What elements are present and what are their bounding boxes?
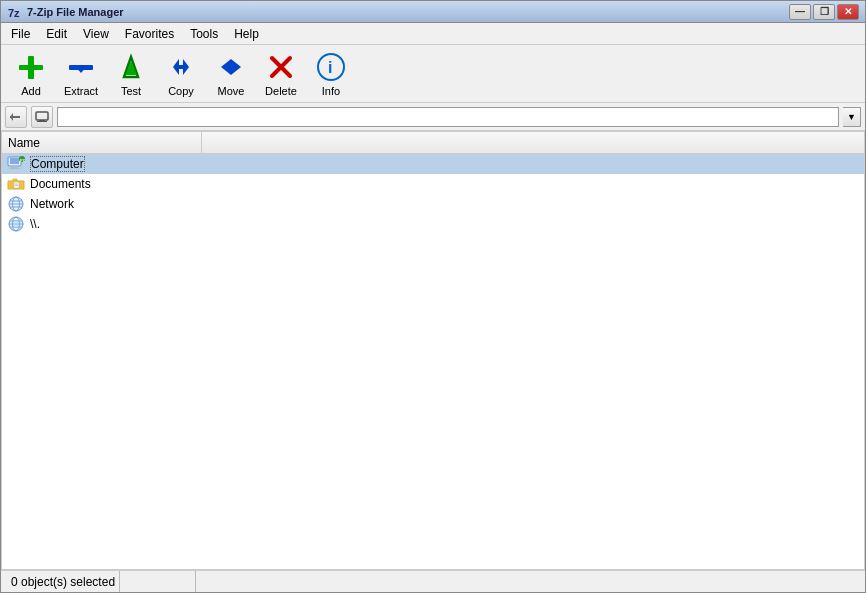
svg-rect-9	[179, 65, 183, 69]
item-name-network: Network	[30, 197, 74, 211]
toolbar-test-button[interactable]: Test	[107, 49, 155, 99]
toolbar-extract-button[interactable]: Extract	[57, 49, 105, 99]
minimize-button[interactable]: —	[789, 4, 811, 20]
svg-rect-23	[11, 166, 18, 168]
svg-rect-12	[229, 65, 233, 69]
window-controls: — ❐ ✕	[789, 4, 859, 20]
app-icon: 7z	[7, 4, 23, 20]
status-text: 0 object(s) selected	[7, 571, 120, 592]
address-bar: ▼	[1, 103, 865, 131]
status-section-2	[120, 571, 196, 592]
list-item[interactable]: PC Computer	[2, 154, 864, 174]
status-message: 0 object(s) selected	[11, 575, 115, 589]
menu-view[interactable]: View	[75, 23, 117, 44]
address-dropdown-button[interactable]: ▼	[843, 107, 861, 127]
toolbar: Add Extract Test	[1, 45, 865, 103]
move-label: Move	[218, 85, 245, 97]
toolbar-move-button[interactable]: Move	[207, 49, 255, 99]
svg-marker-18	[10, 113, 13, 121]
item-name-unc: \\.	[30, 217, 40, 231]
info-icon: i	[315, 51, 347, 83]
list-item[interactable]: \\.	[2, 214, 864, 234]
svg-rect-25	[10, 158, 19, 164]
title-bar: 7z 7-Zip File Manager — ❐ ✕	[1, 1, 865, 23]
toolbar-info-button[interactable]: i Info	[307, 49, 355, 99]
toolbar-delete-button[interactable]: Delete	[257, 49, 305, 99]
item-name-documents: Documents	[30, 177, 91, 191]
address-input[interactable]	[57, 107, 839, 127]
window-title: 7-Zip File Manager	[27, 6, 124, 18]
svg-rect-28	[14, 182, 19, 188]
title-bar-left: 7z 7-Zip File Manager	[7, 4, 124, 20]
copy-icon	[165, 51, 197, 83]
extract-icon	[65, 51, 97, 83]
svg-text:PC: PC	[20, 158, 25, 163]
menu-tools[interactable]: Tools	[182, 23, 226, 44]
unc-icon	[6, 215, 26, 233]
copy-label: Copy	[168, 85, 194, 97]
svg-rect-21	[37, 121, 47, 122]
svg-text:7z: 7z	[8, 7, 20, 19]
file-list-area: Name PC Computer	[1, 131, 865, 570]
close-button[interactable]: ✕	[837, 4, 859, 20]
delete-label: Delete	[265, 85, 297, 97]
svg-rect-2	[28, 56, 34, 79]
menu-edit[interactable]: Edit	[38, 23, 75, 44]
svg-marker-7	[173, 59, 179, 75]
test-label: Test	[121, 85, 141, 97]
svg-marker-8	[183, 59, 189, 75]
menu-help[interactable]: Help	[226, 23, 267, 44]
toolbar-add-button[interactable]: Add	[7, 49, 55, 99]
svg-text:i: i	[328, 59, 332, 76]
toolbar-copy-button[interactable]: Copy	[157, 49, 205, 99]
file-list-header: Name	[2, 132, 864, 154]
extract-label: Extract	[64, 85, 98, 97]
list-item[interactable]: Network	[2, 194, 864, 214]
menu-favorites[interactable]: Favorites	[117, 23, 182, 44]
nav-back-button[interactable]	[5, 106, 27, 128]
list-item[interactable]: Documents	[2, 174, 864, 194]
item-name-computer: Computer	[30, 156, 85, 172]
documents-icon	[6, 175, 26, 193]
column-name-header[interactable]: Name	[2, 132, 202, 153]
info-label: Info	[322, 85, 340, 97]
nav-computer-button[interactable]	[31, 106, 53, 128]
status-bar: 0 object(s) selected	[1, 570, 865, 592]
add-icon	[15, 51, 47, 83]
delete-icon	[265, 51, 297, 83]
file-list[interactable]: PC Computer	[2, 154, 864, 569]
computer-icon: PC	[6, 155, 26, 173]
test-icon	[115, 51, 147, 83]
svg-rect-19	[36, 112, 48, 120]
restore-button[interactable]: ❐	[813, 4, 835, 20]
move-icon	[215, 51, 247, 83]
network-icon	[6, 195, 26, 213]
menu-file[interactable]: File	[3, 23, 38, 44]
status-section-3	[196, 571, 271, 592]
menu-bar: File Edit View Favorites Tools Help	[1, 23, 865, 45]
add-label: Add	[21, 85, 41, 97]
main-window: 7z 7-Zip File Manager — ❐ ✕ File Edit Vi…	[0, 0, 866, 593]
svg-rect-24	[9, 168, 20, 169]
